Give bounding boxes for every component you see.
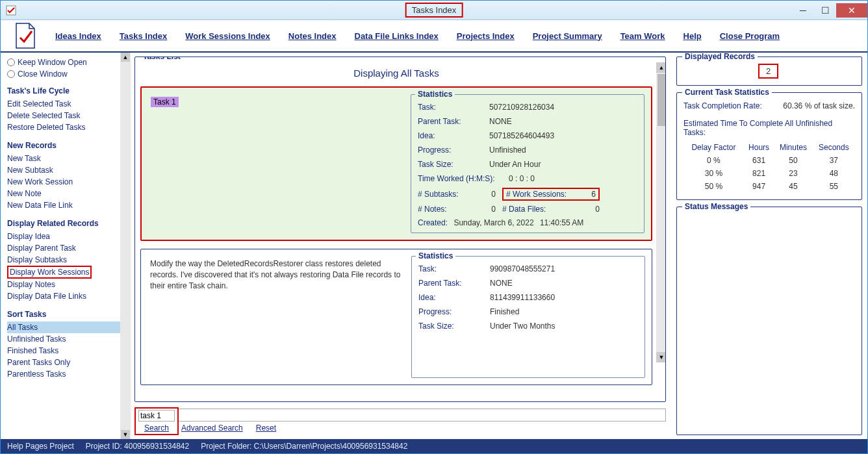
est-h2: Minutes — [774, 141, 812, 154]
menu-notes-index[interactable]: Notes Index — [288, 31, 337, 41]
keep-window-label: Keep Window Open — [18, 58, 87, 67]
titlebar: Tasks Index ─ ☐ ✕ — [1, 1, 867, 20]
task1-progress-val: Unfinished — [489, 145, 637, 155]
task2-parent-label: Parent Task: — [418, 279, 490, 288]
task2-progress-label: Progress: — [418, 307, 490, 316]
menu-ideas-index[interactable]: Ideas Index — [55, 31, 101, 41]
est-r2c2: 45 — [774, 180, 812, 193]
task1-created-label: Created: — [418, 218, 448, 227]
completion-rate-label: Task Completion Rate: — [683, 101, 762, 110]
menu-projects-index[interactable]: Projects Index — [457, 31, 515, 41]
window-controls: ─ ☐ ✕ — [792, 3, 867, 18]
nav-parent-tasks-only[interactable]: Parent Tasks Only — [7, 357, 120, 368]
minimize-button[interactable]: ─ — [792, 3, 814, 18]
task2-idea-label: Idea: — [418, 293, 490, 302]
nav-parentless-tasks[interactable]: Parentless Tasks — [7, 368, 120, 380]
maximize-button[interactable]: ☐ — [814, 3, 836, 18]
main-window: Tasks Index ─ ☐ ✕ Ideas Index Tasks Inde… — [0, 0, 868, 454]
nav-new-work-session[interactable]: New Work Session — [7, 176, 120, 188]
reset-button[interactable]: Reset — [256, 423, 276, 433]
displayed-records-legend: Displayed Records — [682, 53, 758, 61]
display-header: Display Related Records — [7, 219, 120, 228]
status-help[interactable]: Help Pages Project — [7, 442, 74, 451]
est-r0c0: 0 % — [683, 154, 744, 167]
task1-df-val: 0 — [580, 205, 606, 214]
nav-display-idea[interactable]: Display Idea — [7, 231, 120, 242]
nav-display-parent-task[interactable]: Display Parent Task — [7, 242, 120, 254]
status-messages-legend: Status Messages — [682, 202, 750, 211]
displayed-count: 2 — [758, 64, 778, 79]
app-icon — [6, 5, 16, 16]
search-area: Search Advanced Search Reset — [134, 407, 666, 435]
task1-created-date: Sunday, March 6, 2022 — [453, 218, 533, 227]
task2-size-label: Task Size: — [418, 322, 490, 331]
nav-edit-task[interactable]: Edit Selected Task — [7, 98, 120, 110]
nav-unfinished-tasks[interactable]: Unfinished Tasks — [7, 333, 120, 345]
task2-size-val: Under Two Months — [490, 322, 638, 331]
menu-tasks-index[interactable]: Tasks Index — [120, 31, 167, 41]
tasks-list-legend: Tasks List — [140, 57, 183, 61]
nav-new-subtask[interactable]: New Subtask — [7, 164, 120, 176]
est-r2c1: 947 — [744, 180, 774, 193]
sort-header: Sort Tasks — [7, 310, 120, 319]
current-task-stats-box: Current Task Statistics Task Completion … — [676, 92, 862, 200]
statusbar: Help Pages Project Project ID: 400956931… — [1, 439, 867, 453]
task-card-1[interactable]: Task 1 Statistics Task:507210928126034 P… — [140, 86, 652, 241]
menu-work-sessions-index[interactable]: Work Sessions Index — [185, 31, 270, 41]
left-panel: ▲▼ Keep Window Open Close Window Task's … — [1, 53, 131, 439]
nav-new-task[interactable]: New Task — [7, 153, 120, 164]
nav-display-subtasks[interactable]: Display Subtasks — [7, 254, 120, 266]
close-window-label: Close Window — [18, 69, 68, 79]
nav-display-notes[interactable]: Display Notes — [7, 279, 120, 290]
status-project-folder: Project Folder: C:\Users\Darren\Projects… — [201, 442, 407, 451]
window-title-wrap: Tasks Index — [405, 5, 463, 15]
window-title: Tasks Index — [405, 3, 463, 18]
task1-notes-label: # Notes: — [418, 205, 476, 214]
task2-left: Modify the way the DeletedRecordsRestore… — [147, 256, 406, 378]
left-scrollbar[interactable]: ▲▼ — [120, 53, 131, 439]
est-r0c3: 37 — [813, 154, 855, 167]
task1-label: Task 1 — [151, 97, 179, 107]
search-button[interactable]: Search — [138, 423, 175, 433]
close-window-radio[interactable]: Close Window — [7, 69, 120, 79]
nav-restore-tasks[interactable]: Restore Deleted Tasks — [7, 121, 120, 133]
task1-parent-label: Parent Task: — [418, 117, 489, 126]
search-input-extension[interactable] — [179, 409, 666, 422]
menu-data-file-links-index[interactable]: Data File Links Index — [355, 31, 439, 41]
nav-new-note[interactable]: New Note — [7, 188, 120, 199]
task1-stats-legend: Statistics — [415, 90, 455, 99]
nav-new-data-file-link[interactable]: New Data File Link — [7, 199, 120, 211]
nav-all-tasks[interactable]: All Tasks — [7, 322, 120, 333]
task2-task-val: 990987048555271 — [490, 264, 638, 273]
task1-time-val: 0 : 0 : 0 — [509, 174, 637, 183]
keep-window-open-radio[interactable]: Keep Window Open — [7, 58, 120, 67]
menu-project-summary[interactable]: Project Summary — [533, 31, 602, 41]
est-r1c1: 821 — [744, 167, 774, 180]
right-panel: Displayed Records 2 Current Task Statist… — [671, 53, 867, 439]
status-project-id: Project ID: 400956931534842 — [86, 442, 189, 451]
logo-icon — [14, 22, 37, 49]
task1-created-row: Created: Sunday, March 6, 2022 11:40:55 … — [418, 216, 637, 227]
nav-finished-tasks[interactable]: Finished Tasks — [7, 345, 120, 357]
center-scrollbar[interactable]: ▲▼ — [656, 62, 666, 362]
task1-left: Task 1 — [148, 94, 405, 233]
task1-time-label: Time Worked (H:M:S): — [418, 174, 509, 183]
menu-close-program[interactable]: Close Program — [720, 31, 780, 41]
advanced-search-button[interactable]: Advanced Search — [181, 423, 243, 433]
est-r2c0: 50 % — [683, 180, 744, 193]
task1-ws-val: 6 — [591, 190, 596, 199]
est-r1c0: 30 % — [683, 167, 744, 180]
menu-team-work[interactable]: Team Work — [620, 31, 665, 41]
life-cycle-header: Task's Life Cycle — [7, 86, 120, 95]
est-time-header: Estimated Time To Complete All Unfinishe… — [683, 119, 855, 137]
task-card-2[interactable]: Modify the way the DeletedRecordsRestore… — [140, 249, 652, 385]
menu-help[interactable]: Help — [683, 31, 702, 41]
nav-display-work-sessions[interactable]: Display Work Sessions — [7, 266, 92, 279]
close-button[interactable]: ✕ — [836, 3, 867, 18]
nav-delete-task[interactable]: Delete Selected Task — [7, 110, 120, 121]
task2-task-label: Task: — [418, 264, 490, 273]
new-records-header: New Records — [7, 141, 120, 150]
nav-display-data-file-links[interactable]: Display Data File Links — [7, 290, 120, 302]
search-input[interactable] — [138, 410, 175, 422]
task1-ws-label: # Work Sessions: — [506, 190, 567, 199]
